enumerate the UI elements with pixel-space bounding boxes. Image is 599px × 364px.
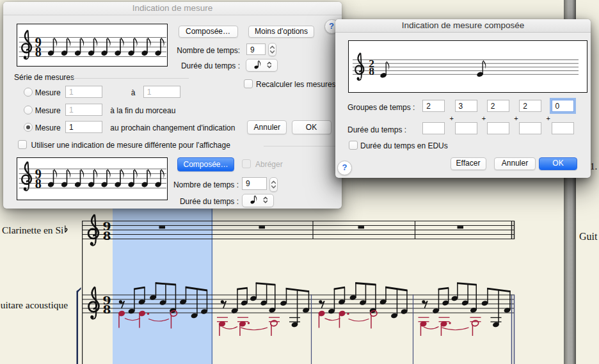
svg-text:8: 8 [103, 229, 111, 242]
svg-text:8: 8 [103, 303, 111, 316]
svg-text:8: 8 [35, 45, 42, 59]
svg-text:Clarinette en Si: Clarinette en Si [2, 225, 64, 235]
svg-text:8: 8 [35, 177, 42, 191]
svg-text:8: 8 [369, 65, 374, 77]
svg-text:Guitare acoustique: Guitare acoustique [0, 299, 68, 310]
